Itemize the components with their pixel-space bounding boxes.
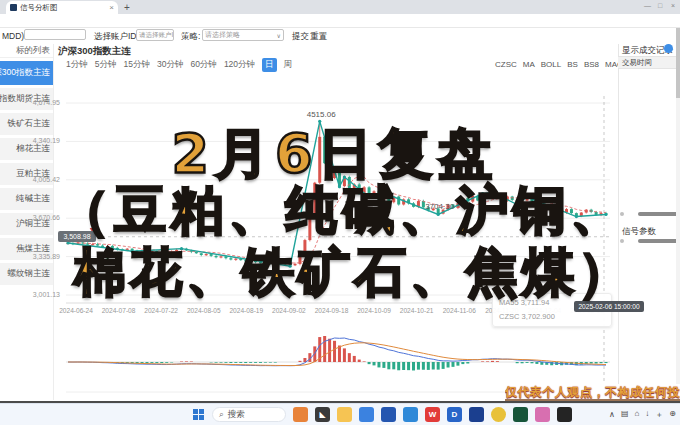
tray-icons: ▤⌂↓＋⊕ xyxy=(621,409,676,420)
photos-icon[interactable] xyxy=(403,407,418,422)
store-icon[interactable] xyxy=(381,407,396,422)
voice-app-icon[interactable] xyxy=(491,407,506,422)
tray-expand-icon[interactable]: ∧ xyxy=(609,410,615,419)
taskbar-apps: ◣WD xyxy=(293,407,572,422)
firefox-icon[interactable] xyxy=(293,407,308,422)
overlay-title-line3: 棉花、铁矿石、焦煤） xyxy=(58,238,650,308)
wps-icon[interactable]: W xyxy=(425,407,440,422)
disclaimer-text: 仅代表个人观点，不构成任何投资建议 xyxy=(505,384,680,400)
overlay-title-line2: （豆粕、纯碱、沪铜、 xyxy=(40,176,645,246)
taskbar-center: ⌕ 搜索 ◣WD xyxy=(193,407,572,422)
taskbar-search-label: 搜索 xyxy=(228,409,245,421)
tray-icon[interactable]: ▤ xyxy=(621,409,629,420)
system-tray: ∧ ▤⌂↓＋⊕ xyxy=(609,403,676,425)
tray-icon[interactable]: ↓ xyxy=(645,409,649,420)
snip-tool-icon[interactable]: ◣ xyxy=(315,407,330,422)
video-app-icon[interactable] xyxy=(469,407,484,422)
tray-icon[interactable]: ＋ xyxy=(655,409,663,420)
start-button[interactable] xyxy=(193,409,205,421)
docs-icon[interactable]: D xyxy=(447,407,462,422)
tray-icon[interactable]: ⌂ xyxy=(634,409,639,420)
terminal-icon[interactable] xyxy=(557,407,572,422)
paint-icon[interactable] xyxy=(535,407,550,422)
search-icon: ⌕ xyxy=(219,409,224,420)
tooltip-row: CZSC 3,702.900 xyxy=(499,310,605,324)
tray-icon[interactable]: ⊕ xyxy=(669,409,676,420)
windows-taskbar: ⌕ 搜索 ◣WD xyxy=(0,403,680,425)
file-explorer-icon[interactable] xyxy=(337,407,352,422)
notepad-icon[interactable] xyxy=(513,407,528,422)
screen: 信号分析图 × + — □ × ⓘ localhost:63342/freedo… xyxy=(0,0,680,425)
taskbar-search-box[interactable]: ⌕ 搜索 xyxy=(212,407,286,422)
edge-browser-icon[interactable] xyxy=(359,407,374,422)
